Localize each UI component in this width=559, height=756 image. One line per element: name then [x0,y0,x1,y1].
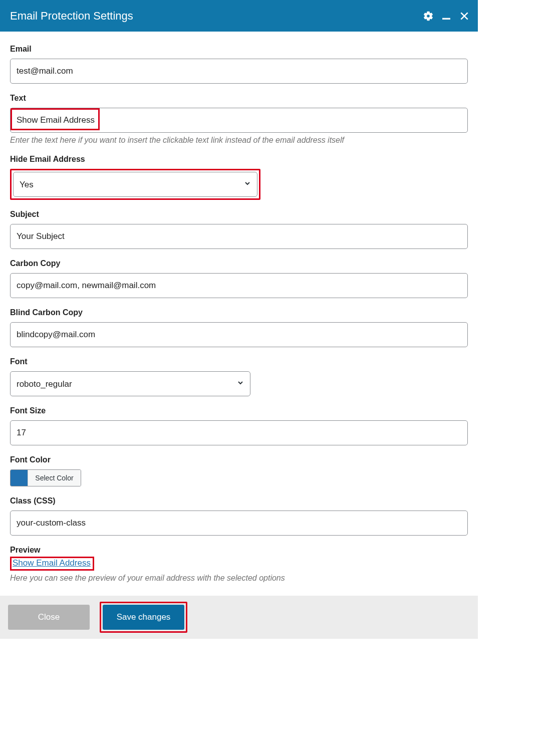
dialog-title: Email Protection Settings [10,10,133,23]
label-subject: Subject [10,210,468,219]
label-email: Email [10,45,468,54]
minimize-icon[interactable] [441,11,452,22]
save-highlight: Save changes [100,602,187,633]
field-text: Text Show Email Address Enter the text h… [10,94,468,145]
svg-rect-0 [443,18,450,19]
bcc-input[interactable] [10,322,468,347]
save-button[interactable]: Save changes [103,605,184,630]
select-color-button[interactable]: Select Color [28,470,81,486]
field-subject: Subject [10,210,468,249]
title-icons [423,11,470,22]
label-cc: Carbon Copy [10,259,468,268]
subject-input[interactable] [10,224,468,249]
form-body: Email Text Show Email Address Enter the … [0,32,478,590]
font-select[interactable]: roboto_regular [10,371,250,396]
color-swatch[interactable] [11,470,28,486]
field-font-size: Font Size [10,406,468,445]
field-hide: Hide Email Address Yes [10,155,468,200]
field-css-class: Class (CSS) [10,496,468,536]
text-highlight-wrap: Show Email Address [10,108,468,133]
field-font: Font roboto_regular [10,357,468,396]
gear-icon[interactable] [423,11,434,22]
label-font-color: Font Color [10,455,468,464]
label-hide: Hide Email Address [10,155,468,164]
label-text: Text [10,94,468,103]
font-size-input[interactable] [10,420,468,445]
field-email: Email [10,45,468,84]
dialog-footer: Close Save changes [0,596,478,639]
font-select-wrap: roboto_regular [10,371,250,396]
preview-link[interactable]: Show Email Address [13,558,91,568]
label-preview: Preview [10,546,468,555]
field-bcc: Blind Carbon Copy [10,308,468,347]
hint-preview: Here you can see the preview of your ema… [10,574,468,583]
label-font-size: Font Size [10,406,468,415]
close-button[interactable]: Close [8,605,90,630]
close-icon[interactable] [459,11,470,22]
hide-highlight: Yes [10,169,260,200]
hint-text: Enter the text here if you want to inser… [10,136,468,145]
preview-highlight: Show Email Address [10,557,94,571]
cc-input[interactable] [10,273,468,298]
email-input[interactable] [10,59,468,84]
css-class-input[interactable] [10,511,468,536]
hide-select[interactable]: Yes [13,172,257,197]
field-cc: Carbon Copy [10,259,468,298]
label-font: Font [10,357,468,366]
text-input[interactable] [10,108,468,133]
title-bar: Email Protection Settings [0,0,478,32]
hide-select-wrap: Yes [13,172,257,197]
color-picker: Select Color [10,469,81,486]
label-css-class: Class (CSS) [10,496,468,506]
field-preview: Preview Show Email Address Here you can … [10,546,468,583]
field-font-color: Font Color Select Color [10,455,468,486]
label-bcc: Blind Carbon Copy [10,308,468,317]
